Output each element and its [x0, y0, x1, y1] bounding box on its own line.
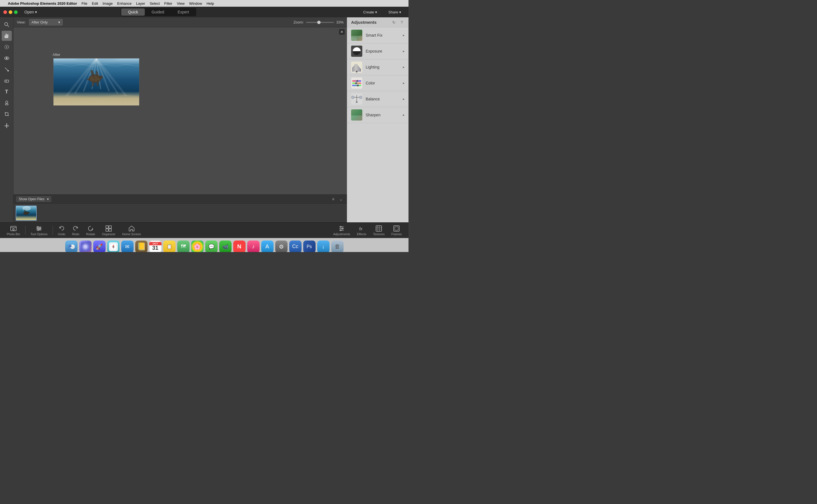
photo-bin-dropdown[interactable]: Show Open Files ▾ [16, 196, 51, 202]
organizer-button[interactable]: Organizer [98, 224, 119, 237]
menu-layer[interactable]: Layer [136, 1, 145, 6]
toolbar-divider-2 [53, 226, 53, 235]
svg-rect-62 [360, 69, 361, 72]
svg-point-63 [356, 71, 358, 72]
stamp-tool[interactable] [2, 98, 12, 108]
textures-label: Textures [373, 232, 385, 236]
adjustment-lighting[interactable]: Lighting ▸ [347, 59, 408, 75]
adjustment-exposure[interactable]: + - Exposure ▸ [347, 43, 408, 59]
panel-refresh-icon[interactable]: ↻ [391, 20, 397, 25]
menu-edit[interactable]: Edit [92, 1, 98, 6]
zoom-thumb[interactable] [317, 21, 321, 24]
view-select[interactable]: After Only ▾ [29, 19, 63, 25]
balance-icon [351, 93, 362, 105]
dock-item-photos[interactable]: 🌸 [191, 241, 203, 252]
menu-view[interactable]: View [177, 1, 184, 6]
tool-options-button[interactable]: Tool Options [27, 224, 51, 237]
dock-item-pse[interactable]: Ps [303, 241, 316, 252]
photo-bin-button[interactable]: Photo Bin [3, 224, 23, 237]
text-tool[interactable]: T [2, 87, 12, 97]
dock-item-launchpad[interactable]: 🚀 [93, 241, 105, 252]
sharpen-arrow-icon: ▸ [403, 113, 405, 117]
menu-select[interactable]: Select [149, 1, 159, 6]
dock-item-siri[interactable] [79, 241, 91, 252]
dock-item-safari[interactable] [107, 241, 119, 252]
dock-item-notes[interactable]: 📒 [135, 241, 147, 252]
open-chevron-icon: ▾ [35, 10, 37, 14]
quick-select-tool[interactable] [2, 42, 12, 52]
home-screen-icon [128, 225, 135, 232]
dock-item-sysprefs[interactable]: ⚙ [275, 241, 288, 252]
menu-window[interactable]: Window [189, 1, 202, 6]
tab-quick[interactable]: Quick [121, 8, 145, 16]
menu-image[interactable]: Image [102, 1, 112, 6]
dock-item-trash[interactable]: 🗑 [331, 241, 344, 252]
frames-button[interactable]: Frames [388, 224, 405, 237]
photo-bin-list-icon[interactable]: ≡ [330, 196, 336, 202]
exposure-icon: + - [351, 46, 362, 57]
move-tool[interactable] [2, 120, 12, 130]
red-eye-tool[interactable] [2, 53, 12, 63]
dock-item-facetime[interactable]: 📹 [219, 241, 232, 252]
redo-button[interactable]: Redo [69, 224, 83, 237]
dock-item-stickies[interactable]: 📋 [163, 241, 175, 252]
hand-tool[interactable] [2, 31, 12, 41]
adjustment-sharpen[interactable]: Sharpen ▸ [347, 107, 408, 123]
menu-help[interactable]: Help [207, 1, 214, 6]
share-button[interactable]: Share ▾ [384, 9, 405, 15]
svg-line-11 [5, 68, 8, 70]
home-screen-button[interactable]: Home Screen [119, 224, 144, 237]
organizer-icon [105, 225, 112, 232]
photo-bin: Show Open Files ▾ ≡ ⌄ [13, 194, 347, 222]
dock-item-music[interactable]: ♪ [247, 241, 260, 252]
effects-icon: fx [358, 225, 365, 232]
menu-enhance[interactable]: Enhance [117, 1, 131, 6]
adjustments-button[interactable]: Adjustments [330, 224, 354, 237]
dock-item-messages[interactable]: 💬 [205, 241, 218, 252]
minimize-window-button[interactable] [9, 10, 12, 14]
textures-button[interactable]: Textures [370, 224, 388, 237]
image-canvas: ✕ After [13, 27, 347, 194]
rotate-button[interactable]: Rotate [83, 224, 98, 237]
dock-item-downloader[interactable]: ↓ [317, 241, 330, 252]
dock-item-news[interactable]: N [233, 241, 246, 252]
close-image-button[interactable]: ✕ [339, 29, 345, 35]
crop-tool[interactable] [2, 109, 12, 119]
effects-button[interactable]: fx Effects [354, 224, 370, 237]
zoom-slider[interactable] [306, 22, 334, 23]
eraser-tool[interactable] [2, 76, 12, 86]
dock-item-appstore[interactable]: A [261, 241, 274, 252]
open-button[interactable]: Open ▾ [22, 9, 39, 15]
panel-help-icon[interactable]: ? [399, 20, 405, 25]
dock-item-mail[interactable]: ✉ [121, 241, 133, 252]
dock-item-maps[interactable]: 🗺 [177, 241, 189, 252]
dock-item-finder[interactable] [65, 241, 77, 252]
maximize-window-button[interactable] [14, 10, 18, 14]
svg-point-75 [359, 96, 362, 99]
svg-point-41 [87, 79, 90, 80]
svg-rect-55 [352, 67, 353, 72]
close-window-button[interactable] [3, 10, 7, 14]
undo-button[interactable]: Undo [55, 224, 69, 237]
tab-expert[interactable]: Expert [171, 8, 195, 16]
adjustment-smart-fix[interactable]: Smart Fix ▸ [347, 27, 408, 43]
adjustments-toolbar-label: Adjustments [333, 232, 350, 236]
menu-filter[interactable]: Filter [164, 1, 172, 6]
tab-guided[interactable]: Guided [145, 8, 171, 16]
brush-tool[interactable] [2, 64, 12, 74]
adjustment-color[interactable]: Color ▸ [347, 75, 408, 91]
photo-bin-expand-icon[interactable]: ⌄ [338, 196, 344, 202]
thumbnail-item[interactable] [16, 206, 37, 221]
svg-point-95 [340, 226, 341, 227]
create-button[interactable]: Create ▾ [359, 9, 381, 15]
textures-icon [375, 225, 382, 232]
dock-item-calendar[interactable]: OCT 31 [149, 241, 161, 252]
adjustment-balance[interactable]: Balance ▸ [347, 91, 408, 107]
zoom-tool[interactable] [2, 20, 12, 30]
menu-file[interactable]: File [81, 1, 87, 6]
dock-item-creative-cloud[interactable]: Cc [289, 241, 302, 252]
svg-rect-13 [5, 80, 9, 82]
title-bar-right: Create ▾ Share ▾ [359, 9, 405, 15]
share-chevron-icon: ▾ [399, 10, 401, 14]
svg-marker-21 [4, 123, 9, 128]
